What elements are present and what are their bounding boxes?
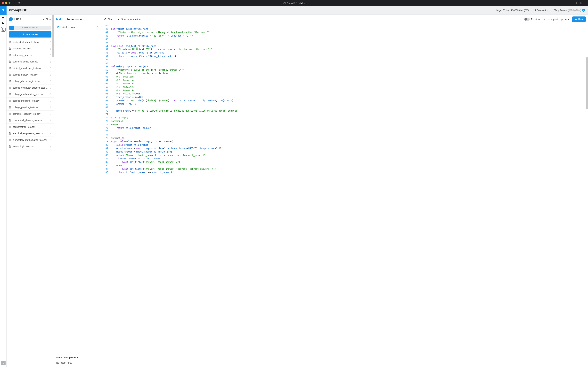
file-item[interactable]: college_physics_test.csv⋮ [7,104,54,111]
file-kebab-icon[interactable]: ⋮ [49,60,52,64]
code-line[interactable]: 78@prompt_fn [101,136,588,140]
preview-toggle[interactable]: Preview [524,18,540,21]
code-line[interactable]: 51async def load_test_file(file_name): [101,44,588,48]
folder-filled-icon[interactable] [2,22,5,25]
code-line[interactable]: 85 await set_title(f"Answer: {model_answ… [101,160,588,164]
code-line[interactable]: 72{text_prompt} [101,116,588,119]
code-line[interactable]: 80 await prompt(mmlu_prompt) [101,143,588,147]
file-kebab-icon[interactable]: ⋮ [49,73,52,77]
code-line[interactable]: 50 [101,41,588,44]
file-list[interactable]: abstract_algebra_test.csv⋮anatomy_test.c… [7,39,54,367]
file-item[interactable]: astronomy_test.csv⋮ [7,52,54,58]
maximize-window-icon[interactable] [9,2,10,4]
file-kebab-icon[interactable]: ⋮ [49,118,52,122]
add-file-button[interactable]: + [9,17,13,21]
file-kebab-icon[interactable]: ⋮ [49,53,52,57]
code-line[interactable]: 65 # 5: Actual answer [101,92,588,95]
code-line[interactable]: 84 if model_answer == correct_answer: [101,157,588,160]
zoom-icon[interactable]: ⊕ [576,2,578,4]
code-line[interactable]: 60 # 0: question [101,75,588,78]
folder-icon[interactable] [2,16,5,19]
extension-icon[interactable]: ⧉ [580,2,581,4]
code-line[interactable]: 45 [101,24,588,27]
file-item[interactable]: anatomy_test.csv⋮ [7,45,54,52]
code-line[interactable]: 58 """Returns a tuple of the form `promp… [101,68,588,72]
user-chip[interactable]: Toby Pohlen (@TobyPhln) ✓ [551,6,588,15]
file-kebab-icon[interactable]: ⋮ [49,92,52,96]
file-item[interactable]: college_chemistry_test.csv⋮ [7,78,54,84]
code-line[interactable]: 48 return file_name.replace("_test.csv",… [101,34,588,38]
file-item[interactable]: conceptual_physics_test.csv⋮ [7,117,54,124]
code-line[interactable]: 74Answer: """ [101,123,588,126]
code-line[interactable]: 68 answer = row[-1] [101,102,588,106]
share-button[interactable]: Share [104,18,114,21]
code-line[interactable]: 63 # 3: Answer C [101,85,588,89]
kebab-menu-icon[interactable]: ⋮ [584,2,586,4]
file-kebab-icon[interactable]: ⋮ [49,79,52,83]
file-kebab-icon[interactable]: ⋮ [49,99,52,103]
close-window-icon[interactable] [2,2,4,4]
run-button[interactable]: ▶ Run [572,17,586,22]
file-kebab-icon[interactable]: ⋮ [49,138,52,142]
code-line[interactable]: 81 model_answer = await sample(max_len=1… [101,147,588,150]
code-line[interactable]: 61 # 1: Answer A [101,78,588,82]
file-kebab-icon[interactable]: ⋮ [49,47,52,50]
code-line[interactable]: 82 model_answer = model_answer.as_string… [101,150,588,153]
version-kebab-icon[interactable]: ⋮ [95,25,99,29]
code-line[interactable]: 77 [101,133,588,136]
reload-icon[interactable]: ⟳ [18,2,20,4]
code-line[interactable]: 75 return mmlu_prompt, answer [101,126,588,130]
close-sidebar-button[interactable]: ✕ Close [42,18,52,21]
back-icon[interactable]: ← [14,2,16,4]
code-line[interactable]: 49 [101,38,588,41]
code-line[interactable]: 64 # 4: Answer D [101,89,588,92]
upload-file-button[interactable]: ⬆ Upload file [9,31,52,38]
code-line[interactable]: 59 # The columns are structured as follo… [101,72,588,75]
code-line[interactable]: 54 return csv.reader(StringIO(raw_data.d… [101,54,588,58]
file-item[interactable]: econometrics_test.csv⋮ [7,124,54,130]
code-line[interactable]: 55 [101,58,588,61]
code-line[interactable]: 73{answers} [101,119,588,123]
code-line[interactable]: 66 text_prompt = row[0] [101,95,588,99]
code-line[interactable]: 67 answers = "\n".join(f"{choice}. {answ… [101,99,588,102]
file-item[interactable]: college_biology_test.csv⋮ [7,71,54,78]
code-line[interactable]: 46def format_subject(file_name): [101,27,588,31]
file-item[interactable]: college_mathematics_test.csv⋮ [7,91,54,98]
code-line[interactable]: 56 [101,61,588,65]
file-item[interactable]: clinical_knowledge_test.csv⋮ [7,65,54,71]
code-line[interactable]: 47 """Returns the subject as an ordinary… [101,31,588,34]
code-line[interactable]: 76 [101,130,588,133]
code-line[interactable]: 79async def evaluate(mmlu_prompt, correc… [101,140,588,143]
file-kebab-icon[interactable]: ⋮ [49,40,52,44]
file-kebab-icon[interactable]: ⋮ [49,112,52,116]
file-kebab-icon[interactable]: ⋮ [49,105,52,109]
file-kebab-icon[interactable]: ⋮ [49,144,52,149]
file-item[interactable]: business_ethics_test.csv⋮ [7,58,54,65]
code-line[interactable]: 70 mmlu_prompt = f"""The following are m… [101,109,588,113]
code-line[interactable]: 86 else: [101,164,588,167]
minimize-window-icon[interactable] [5,2,7,4]
file-kebab-icon[interactable]: ⋮ [49,125,52,129]
file-item[interactable]: electrical_engineering_test.csv⋮ [7,130,54,137]
code-editor[interactable]: 45 46def format_subject(file_name):47 ""… [101,24,588,367]
file-item[interactable]: formal_logic_test.csv⋮ [7,143,54,150]
code-line[interactable]: 53 raw_data = await read_file(file_name) [101,51,588,54]
breadcrumb-root[interactable]: MMLU [56,18,65,21]
save-version-button[interactable]: Save new version [117,18,140,21]
file-kebab-icon[interactable]: ⋮ [49,132,52,135]
editor-scrollbar[interactable] [586,57,588,109]
code-line[interactable]: 57def make_prompt(row, subject): [101,65,588,68]
file-item[interactable]: college_medicine_test.csv⋮ [7,98,54,104]
completions-per-run-dropdown[interactable]: ⌄ 1 completion per run [543,18,569,21]
code-line[interactable]: 83 print(f"Answer: {model_answer} correc… [101,153,588,157]
xai-logo-icon[interactable]: x [1,361,6,365]
code-line[interactable]: 88 return int(model_answer == correct_an… [101,171,588,174]
file-icon[interactable] [1,27,5,31]
sidebar-scrollbar[interactable] [52,15,54,57]
file-kebab-icon[interactable]: ⋮ [49,86,52,90]
file-item[interactable]: elementary_mathematics_test.csv⋮ [7,137,54,143]
code-line[interactable]: 71 [101,113,588,116]
code-line[interactable]: 52 """Loads an MMLU test CSV file and re… [101,48,588,51]
code-line[interactable]: 69 [101,106,588,109]
file-item[interactable]: college_computer_science_test.csv⋮ [7,84,54,91]
